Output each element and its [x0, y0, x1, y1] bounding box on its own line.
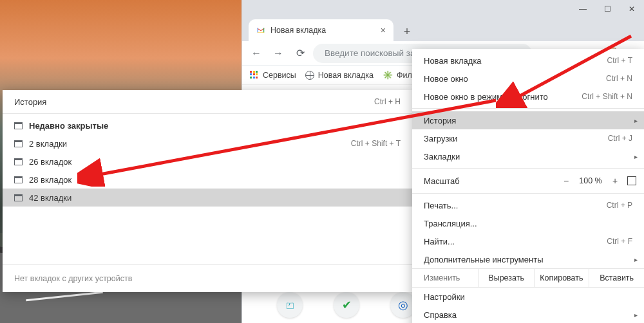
browser-tab[interactable]: Новая вкладка ×: [249, 19, 393, 41]
window-minimize-button[interactable]: ―: [571, 0, 595, 18]
menu-downloads[interactable]: ЗагрузкиCtrl + J: [412, 129, 644, 147]
menu-zoom-row: Масштаб − 100 % +: [412, 171, 644, 190]
edit-copy[interactable]: Копировать: [535, 269, 590, 287]
history-item[interactable]: 42 вкладки: [3, 189, 412, 207]
zoom-value: 100 %: [574, 176, 607, 185]
menu-edit-row: Изменить Вырезать Копировать Вставить: [412, 268, 644, 288]
menu-find[interactable]: Найти...Ctrl + F: [412, 232, 644, 250]
window-close-button[interactable]: ✕: [620, 0, 644, 18]
menu-separator: [3, 113, 412, 114]
menu-new-tab[interactable]: Новая вкладкаCtrl + T: [412, 51, 644, 69]
history-item[interactable]: 2 вкладки Ctrl + Shift + T: [3, 134, 412, 152]
gmail-icon: [256, 26, 265, 35]
back-button[interactable]: ←: [247, 44, 265, 62]
bookmark-newtab[interactable]: Новая вкладка: [305, 71, 374, 80]
menu-settings[interactable]: Настройки: [412, 288, 644, 306]
edit-label: Изменить: [412, 269, 479, 287]
window-icon: [14, 176, 23, 183]
menu-history[interactable]: История▸: [412, 111, 644, 129]
window-icon: [14, 158, 23, 165]
shortcut-tile[interactable]: ⏍: [277, 292, 303, 318]
apps-grid-icon: [250, 71, 259, 80]
menu-separator: [412, 193, 644, 194]
menu-incognito[interactable]: Новое окно в режиме инкогнитоCtrl + Shif…: [412, 88, 644, 106]
tab-close-icon[interactable]: ×: [381, 25, 386, 35]
window-titlebar: ― ☐ ✕: [242, 0, 644, 18]
window-icon: [14, 122, 23, 129]
chevron-right-icon: ▸: [634, 311, 638, 318]
window-icon: [14, 140, 23, 147]
chevron-right-icon: ▸: [634, 153, 638, 160]
chevron-right-icon: ▸: [634, 117, 638, 124]
recently-closed-header: Недавно закрытые: [3, 116, 412, 134]
history-title-row[interactable]: История Ctrl + H: [3, 93, 412, 111]
globe-icon: [305, 71, 314, 80]
menu-separator: [412, 168, 644, 169]
forward-button[interactable]: →: [269, 44, 287, 62]
edit-cut[interactable]: Вырезать: [479, 269, 535, 287]
tab-title: Новая вкладка: [270, 26, 326, 35]
menu-more-tools[interactable]: Дополнительные инструменты▸: [412, 250, 644, 268]
menu-new-window[interactable]: Новое окноCtrl + N: [412, 69, 644, 88]
window-maximize-button[interactable]: ☐: [595, 0, 620, 18]
menu-cast[interactable]: Трансляция...: [412, 214, 644, 232]
fullscreen-icon[interactable]: [627, 176, 636, 185]
bookmark-apps[interactable]: Сервисы: [250, 71, 296, 80]
new-tab-button[interactable]: +: [397, 22, 417, 41]
edit-paste[interactable]: Вставить: [589, 269, 644, 287]
menu-print[interactable]: Печать...Ctrl + P: [412, 196, 644, 214]
pinwheel-icon: ✳️: [383, 70, 393, 80]
history-item[interactable]: 26 вкладок: [3, 152, 412, 171]
window-icon: [14, 194, 23, 201]
chrome-main-menu: Новая вкладкаCtrl + T Новое окноCtrl + N…: [412, 49, 644, 323]
menu-separator: [412, 108, 644, 109]
chevron-right-icon: ▸: [634, 256, 638, 263]
shortcut-tile[interactable]: ✔: [334, 292, 359, 318]
menu-bookmarks[interactable]: Закладки▸: [412, 147, 644, 165]
history-item[interactable]: 28 вкладок: [3, 171, 412, 189]
zoom-out-button[interactable]: −: [558, 176, 574, 186]
tab-strip: Новая вкладка × +: [242, 18, 644, 41]
reload-button[interactable]: ⟳: [291, 44, 309, 62]
menu-help[interactable]: Справка▸: [412, 306, 644, 323]
history-footer: Нет вкладок с других устройств: [3, 264, 412, 292]
zoom-in-button[interactable]: +: [607, 176, 623, 186]
history-submenu: История Ctrl + H Недавно закрытые 2 вкла…: [3, 90, 412, 292]
